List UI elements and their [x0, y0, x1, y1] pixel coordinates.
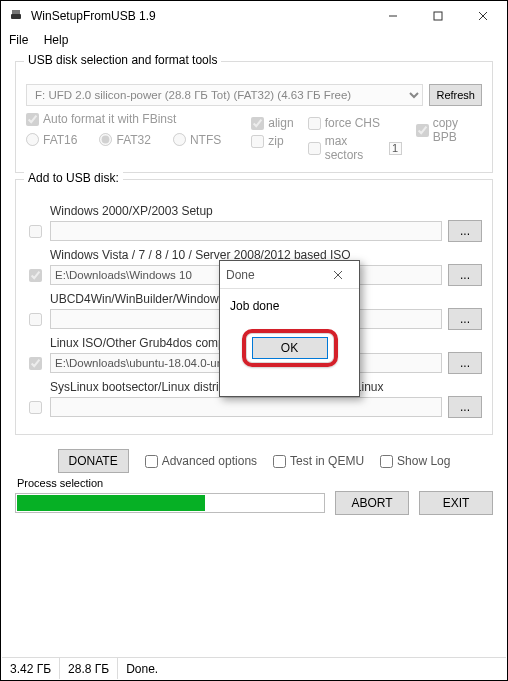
dialog-body: Job done: [220, 289, 359, 323]
group-usb-legend: USB disk selection and format tools: [24, 53, 221, 67]
menu-file[interactable]: File: [9, 33, 28, 47]
autoformat-checkbox[interactable]: Auto format it with FBinst: [26, 112, 176, 126]
annotation-highlight: OK: [242, 329, 338, 367]
copybpb-checkbox[interactable]: copy BPB: [416, 116, 482, 144]
refresh-button[interactable]: Refresh: [429, 84, 482, 106]
svg-rect-1: [12, 10, 20, 14]
ok-button[interactable]: OK: [252, 337, 328, 359]
path-win2000[interactable]: [50, 221, 442, 241]
zip-checkbox[interactable]: zip: [251, 134, 293, 148]
menu-help[interactable]: Help: [44, 33, 69, 47]
autoformat-label: Auto format it with FBinst: [43, 112, 176, 126]
close-button[interactable]: [460, 2, 505, 30]
dialog-close-button[interactable]: [323, 264, 353, 286]
svg-rect-3: [434, 12, 442, 20]
minimize-button[interactable]: [370, 2, 415, 30]
menubar: File Help: [1, 31, 507, 51]
group-usb-selection: USB disk selection and format tools F: U…: [15, 61, 493, 173]
maxsectors-input[interactable]: [389, 142, 402, 155]
check-linuxiso[interactable]: [29, 357, 42, 370]
dialog-title: Done: [226, 268, 323, 282]
check-ubcd[interactable]: [29, 313, 42, 326]
check-win2000[interactable]: [29, 225, 42, 238]
advanced-checkbox[interactable]: Advanced options: [145, 454, 257, 468]
browse-win2000[interactable]: ...: [448, 220, 482, 242]
path-syslinux[interactable]: [50, 397, 442, 417]
status-total: 28.8 ГБ: [60, 658, 118, 679]
donate-button[interactable]: DONATE: [58, 449, 129, 473]
status-used: 3.42 ГБ: [2, 658, 60, 679]
process-label: Process selection: [17, 477, 493, 489]
forcechs-checkbox[interactable]: force CHS: [308, 116, 402, 130]
svg-rect-0: [11, 14, 21, 19]
titlebar: WinSetupFromUSB 1.9: [1, 1, 507, 31]
browse-ubcd[interactable]: ...: [448, 308, 482, 330]
progress-bar: [15, 493, 325, 513]
testqemu-checkbox[interactable]: Test in QEMU: [273, 454, 364, 468]
browse-linuxiso[interactable]: ...: [448, 352, 482, 374]
done-dialog: Done Job done OK: [219, 260, 360, 397]
statusbar: 3.42 ГБ 28.8 ГБ Done.: [2, 657, 506, 679]
exit-button[interactable]: EXIT: [419, 491, 493, 515]
window-title: WinSetupFromUSB 1.9: [31, 9, 370, 23]
fat32-radio[interactable]: FAT32: [99, 133, 150, 147]
maxsectors-checkbox[interactable]: max sectors: [308, 134, 402, 162]
abort-button[interactable]: ABORT: [335, 491, 409, 515]
drive-select[interactable]: F: UFD 2.0 silicon-power (28.8 ГБ Tot) (…: [26, 84, 423, 106]
fat16-radio[interactable]: FAT16: [26, 133, 77, 147]
status-text: Done.: [118, 658, 506, 679]
browse-winvista[interactable]: ...: [448, 264, 482, 286]
ntfs-radio[interactable]: NTFS: [173, 133, 221, 147]
maximize-button[interactable]: [415, 2, 460, 30]
browse-syslinux[interactable]: ...: [448, 396, 482, 418]
align-checkbox[interactable]: align: [251, 116, 293, 130]
showlog-checkbox[interactable]: Show Log: [380, 454, 450, 468]
group-add-legend: Add to USB disk:: [24, 171, 123, 185]
label-win2000: Windows 2000/XP/2003 Setup: [50, 204, 482, 218]
check-winvista[interactable]: [29, 269, 42, 282]
check-syslinux[interactable]: [29, 401, 42, 414]
app-icon: [9, 8, 25, 24]
